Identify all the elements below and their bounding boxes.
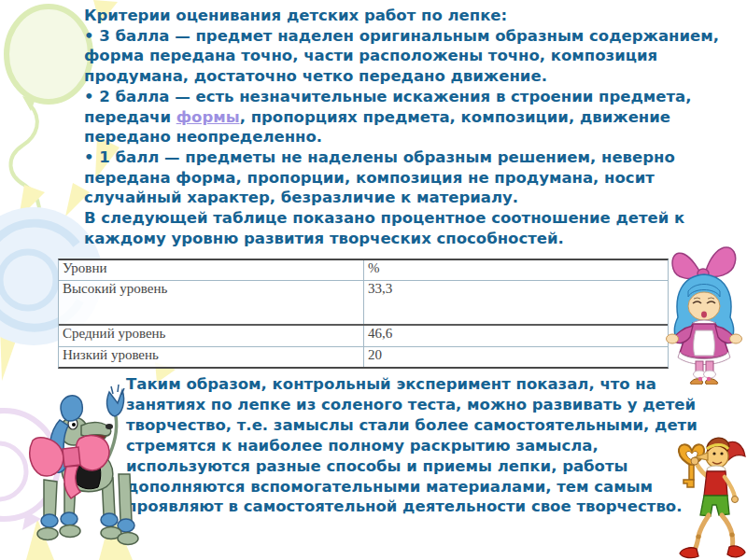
poodle-with-pink-bow-icon (25, 383, 139, 560)
criteria-bullet-3: • 3 балла — предмет наделен оригинальным… (84, 26, 747, 87)
table-intro-text: В следующей таблице показано процентное … (84, 208, 747, 248)
buratino-with-golden-key-icon (672, 423, 747, 560)
percent-cell: 33,3 (364, 281, 668, 324)
criteria-title: Критерии оценивания детских работ по леп… (84, 6, 747, 26)
criteria-bullet-1: • 1 балл — предметы не наделены образным… (84, 147, 747, 208)
level-cell: Низкий уровень (59, 347, 364, 367)
conclusion-text: Таким образом, контрольный эксперимент п… (126, 374, 712, 517)
table-header-percent: % (364, 260, 668, 280)
presentation-slide: Критерии оценивания детских работ по леп… (0, 0, 747, 560)
results-table: Уровни % Высокий уровень 33,3 Средний ур… (58, 259, 669, 369)
criteria-text-block: Критерии оценивания детских работ по леп… (84, 6, 747, 248)
level-cell: Высокий уровень (59, 281, 364, 324)
table-row-low-level: Низкий уровень 20 (59, 347, 668, 367)
formy-hyperlink[interactable]: формы (176, 108, 240, 126)
percent-cell: 46,6 (364, 326, 668, 346)
doll-with-pink-bow-icon (663, 233, 745, 385)
table-header-levels: Уровни (59, 260, 364, 280)
criteria-bullet-2: • 2 балла — есть незначительные искажени… (84, 87, 747, 147)
table-header-row: Уровни % (59, 260, 668, 281)
percent-cell: 20 (364, 347, 668, 367)
table-row-high-level: Высокий уровень 33,3 (59, 281, 668, 326)
level-cell: Средний уровень (59, 326, 364, 346)
table-row-middle-level: Средний уровень 46,6 (59, 326, 668, 347)
